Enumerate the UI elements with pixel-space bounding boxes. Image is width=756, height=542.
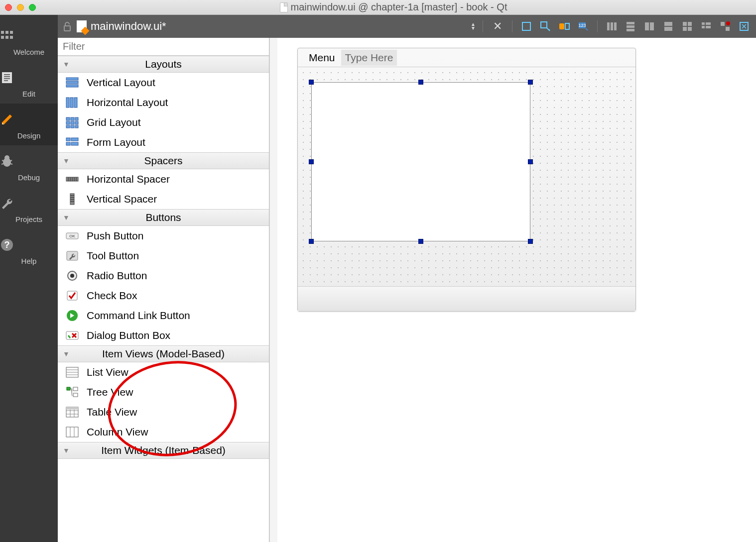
svg-rect-34 xyxy=(627,29,634,31)
main-window-form[interactable]: Menu Type Here xyxy=(297,48,636,312)
widget-label: List View xyxy=(87,366,128,378)
svg-rect-63 xyxy=(71,121,74,124)
widget-item[interactable]: Radio Button xyxy=(58,266,269,286)
widget-group-header[interactable]: ▼Buttons xyxy=(58,209,269,226)
menu-item[interactable]: Menu xyxy=(305,50,339,66)
open-file-tab[interactable]: mainwindow.ui* xyxy=(77,20,166,33)
horizontal-spacer-icon xyxy=(65,172,80,186)
widgetbox-scrollbar[interactable] xyxy=(269,38,277,542)
widget-item[interactable]: OKPush Button xyxy=(58,226,269,246)
widget-label: Column View xyxy=(87,426,148,438)
widget-group-header[interactable]: ▼Item Views (Model-Based) xyxy=(58,345,269,362)
widget-item[interactable]: Grid Layout xyxy=(58,112,269,132)
widget-item[interactable]: List View xyxy=(58,362,269,382)
svg-rect-49 xyxy=(721,22,725,26)
mode-label: Debug xyxy=(18,173,40,182)
svg-rect-57 xyxy=(70,98,73,108)
mode-label: Design xyxy=(17,131,41,140)
adjust-size-icon[interactable] xyxy=(737,19,751,33)
widget-item[interactable]: Vertical Layout xyxy=(58,73,269,93)
widget-group-header[interactable]: ▼Layouts xyxy=(58,56,269,73)
svg-text:123: 123 xyxy=(578,23,586,28)
selected-widget[interactable] xyxy=(311,82,530,241)
svg-rect-54 xyxy=(66,81,78,84)
svg-rect-43 xyxy=(683,27,687,31)
mode-help[interactable]: ? Help xyxy=(0,229,58,271)
layout-horizontal-icon[interactable] xyxy=(605,19,619,33)
window-title: mainwindow.ui @ chapter-1a [master] - bo… xyxy=(36,1,751,13)
widget-item[interactable]: Vertical Spacer xyxy=(58,189,269,209)
push-button-icon: OK xyxy=(65,229,80,243)
layout-hsplitter-icon[interactable] xyxy=(642,19,656,33)
widget-item[interactable]: Tree View xyxy=(58,382,269,402)
widget-item[interactable]: Table View xyxy=(58,402,269,422)
layout-vertical-icon[interactable] xyxy=(624,19,637,33)
mode-design[interactable]: Design xyxy=(0,104,58,145)
minimize-window-button[interactable] xyxy=(17,4,24,11)
svg-rect-33 xyxy=(627,25,634,28)
svg-rect-66 xyxy=(71,125,74,128)
question-icon: ? xyxy=(0,238,58,254)
edit-widgets-icon[interactable] xyxy=(519,19,533,33)
svg-point-51 xyxy=(726,21,730,25)
resize-handle[interactable] xyxy=(528,80,533,85)
mode-welcome[interactable]: Welcome xyxy=(0,20,58,62)
form-statusbar[interactable] xyxy=(298,286,635,311)
edit-buddies-icon[interactable] xyxy=(557,19,571,33)
open-file-name: mainwindow.ui* xyxy=(91,20,166,33)
close-window-button[interactable] xyxy=(5,4,12,11)
resize-handle[interactable] xyxy=(528,159,533,164)
svg-rect-50 xyxy=(726,27,730,31)
svg-rect-31 xyxy=(614,22,617,30)
widget-group-header[interactable]: ▼Item Widgets (Item-Based) xyxy=(58,442,269,459)
edit-taborder-icon[interactable]: 123 xyxy=(576,19,590,33)
mode-edit[interactable]: Edit xyxy=(0,62,58,104)
widget-item[interactable]: Dialog Button Box xyxy=(58,325,269,345)
checkbox-icon xyxy=(65,289,80,303)
tree-view-icon xyxy=(65,385,80,399)
resize-handle[interactable] xyxy=(309,239,314,244)
svg-point-87 xyxy=(70,274,74,278)
break-layout-icon[interactable] xyxy=(718,19,732,33)
form-central-area[interactable] xyxy=(298,67,635,286)
lock-icon[interactable] xyxy=(63,21,72,31)
resize-handle[interactable] xyxy=(418,80,423,85)
close-tab-icon[interactable]: ✕ xyxy=(490,20,505,33)
menu-type-here[interactable]: Type Here xyxy=(341,50,397,66)
group-label: Item Views (Model-Based) xyxy=(102,348,225,359)
mode-debug[interactable]: Debug xyxy=(0,145,58,187)
svg-rect-41 xyxy=(683,22,687,26)
widget-item[interactable]: Check Box xyxy=(58,286,269,306)
widget-group-header[interactable]: ▼Spacers xyxy=(58,152,269,169)
form-menubar[interactable]: Menu Type Here xyxy=(298,48,635,67)
svg-rect-70 xyxy=(66,142,70,145)
layout-grid-icon[interactable] xyxy=(680,19,694,33)
widget-label: Tree View xyxy=(87,386,133,398)
tool-button-icon xyxy=(65,249,80,263)
stepper-arrows[interactable]: ▲▼ xyxy=(471,22,476,30)
svg-rect-6 xyxy=(2,72,12,83)
layout-form-icon[interactable] xyxy=(699,19,713,33)
widget-item[interactable]: Form Layout xyxy=(58,132,269,152)
resize-handle[interactable] xyxy=(309,80,314,85)
svg-rect-0 xyxy=(1,31,4,34)
layout-vsplitter-icon[interactable] xyxy=(661,19,675,33)
widget-filter-input[interactable] xyxy=(58,38,269,56)
widget-item[interactable]: Horizontal Layout xyxy=(58,93,269,112)
resize-handle[interactable] xyxy=(528,239,533,244)
widget-list[interactable]: ▼Layouts Vertical Layout Horizontal Layo… xyxy=(58,56,269,542)
widget-item[interactable]: Column View xyxy=(58,422,269,442)
edit-signals-icon[interactable] xyxy=(538,19,552,33)
widget-label: Form Layout xyxy=(87,136,145,148)
widget-item[interactable]: Command Link Button xyxy=(58,306,269,325)
grid-icon xyxy=(0,29,58,45)
resize-handle[interactable] xyxy=(418,239,423,244)
widget-item[interactable]: Horizontal Spacer xyxy=(58,169,269,189)
zoom-window-button[interactable] xyxy=(29,4,36,11)
widget-item[interactable]: Tool Button xyxy=(58,246,269,266)
mode-projects[interactable]: Projects xyxy=(0,187,58,229)
resize-handle[interactable] xyxy=(309,159,314,164)
widget-label: Dialog Button Box xyxy=(87,329,170,341)
design-canvas[interactable]: Menu Type Here xyxy=(277,38,756,542)
widget-label: Grid Layout xyxy=(87,116,141,128)
